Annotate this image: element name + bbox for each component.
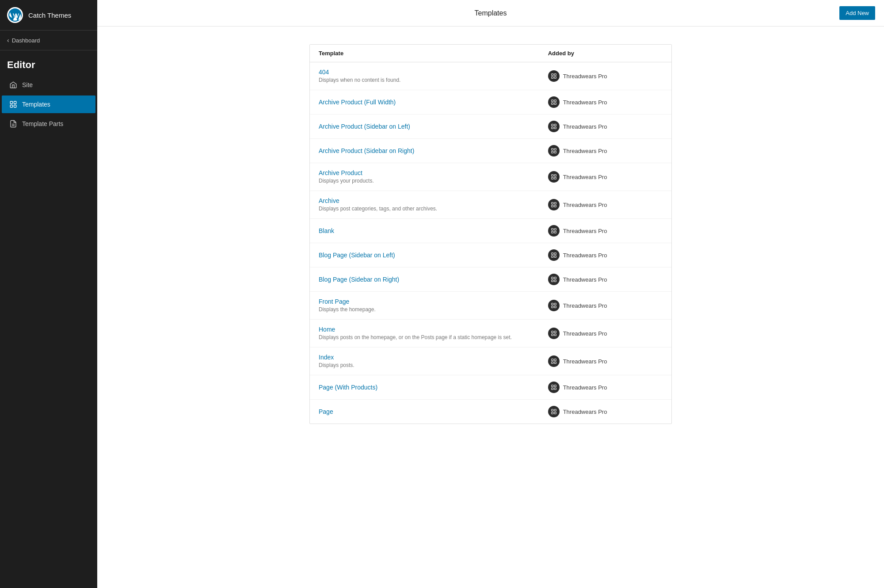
template-name[interactable]: Archive Product bbox=[319, 169, 548, 176]
dashboard-back-link[interactable]: ‹ Dashboard bbox=[0, 31, 97, 50]
svg-rect-46 bbox=[554, 306, 556, 308]
template-name[interactable]: Archive Product (Full Width) bbox=[319, 99, 548, 106]
col-added-by-header: Added by bbox=[548, 50, 663, 57]
sidebar-item-templates[interactable]: Templates bbox=[2, 95, 95, 113]
svg-rect-28 bbox=[554, 202, 556, 204]
template-info: Page (With Products) bbox=[319, 384, 548, 391]
template-name[interactable]: Blog Page (Sidebar on Right) bbox=[319, 276, 548, 283]
template-name[interactable]: Index bbox=[319, 354, 548, 361]
template-name[interactable]: Page bbox=[319, 408, 548, 415]
table-row[interactable]: Page (With Products) Threadwears Pro bbox=[310, 375, 671, 400]
theme-icon bbox=[548, 382, 560, 393]
template-info: Archive Product (Sidebar on Left) bbox=[319, 123, 548, 130]
template-desc: Displays the homepage. bbox=[319, 306, 376, 313]
svg-rect-17 bbox=[551, 127, 553, 129]
svg-rect-50 bbox=[554, 334, 556, 336]
svg-rect-36 bbox=[554, 253, 556, 255]
svg-rect-1 bbox=[10, 101, 12, 103]
theme-icon bbox=[548, 300, 560, 311]
added-by-name: Threadwears Pro bbox=[563, 302, 607, 309]
svg-rect-23 bbox=[551, 175, 553, 176]
svg-rect-3 bbox=[10, 105, 12, 107]
added-by-cell: Threadwears Pro bbox=[548, 121, 663, 132]
theme-icon bbox=[548, 121, 560, 132]
svg-rect-44 bbox=[554, 303, 556, 305]
table-row[interactable]: Archive Displays post categories, tags, … bbox=[310, 191, 671, 219]
svg-rect-53 bbox=[551, 362, 553, 363]
template-parts-icon bbox=[9, 119, 18, 128]
table-row[interactable]: Front Page Displays the homepage. Thread… bbox=[310, 292, 671, 320]
table-row[interactable]: Archive Product Displays your products. … bbox=[310, 163, 671, 191]
theme-icon bbox=[548, 274, 560, 285]
table-row[interactable]: Index Displays posts. Threadwears Pro bbox=[310, 347, 671, 375]
template-name[interactable]: Page (With Products) bbox=[319, 384, 548, 391]
sidebar-header: Catch Themes bbox=[0, 0, 97, 31]
table-row[interactable]: Archive Product (Sidebar on Right) Threa… bbox=[310, 139, 671, 163]
svg-rect-41 bbox=[551, 280, 553, 282]
table-row[interactable]: 404 Displays when no content is found. T… bbox=[310, 62, 671, 90]
table-row[interactable]: Page Threadwears Pro bbox=[310, 400, 671, 424]
table-row[interactable]: Blank Threadwears Pro bbox=[310, 219, 671, 243]
svg-rect-48 bbox=[554, 331, 556, 333]
template-name[interactable]: Home bbox=[319, 326, 548, 333]
template-name[interactable]: Archive bbox=[319, 197, 548, 204]
topbar: Templates Add New bbox=[97, 0, 884, 27]
template-name[interactable]: Front Page bbox=[319, 298, 548, 305]
sidebar-item-template-parts[interactable]: Template Parts bbox=[2, 115, 95, 133]
svg-rect-34 bbox=[554, 231, 556, 233]
svg-rect-9 bbox=[551, 76, 553, 78]
page-title: Templates bbox=[475, 9, 507, 17]
template-info: Blank bbox=[319, 227, 548, 234]
added-by-name: Threadwears Pro bbox=[563, 148, 607, 154]
svg-rect-52 bbox=[554, 359, 556, 361]
sidebar-item-templates-label: Templates bbox=[22, 101, 50, 108]
theme-icon bbox=[548, 96, 560, 108]
site-name: Catch Themes bbox=[28, 11, 71, 19]
theme-icon bbox=[548, 145, 560, 157]
added-by-name: Threadwears Pro bbox=[563, 174, 607, 180]
table-row[interactable]: Archive Product (Full Width) Threadwears… bbox=[310, 90, 671, 115]
added-by-cell: Threadwears Pro bbox=[548, 171, 663, 183]
svg-rect-22 bbox=[554, 151, 556, 153]
svg-rect-59 bbox=[551, 409, 553, 411]
table-row[interactable]: Archive Product (Sidebar on Left) Thread… bbox=[310, 115, 671, 139]
svg-rect-12 bbox=[554, 100, 556, 102]
sidebar-item-site[interactable]: Site bbox=[2, 76, 95, 94]
template-name[interactable]: 404 bbox=[319, 69, 548, 76]
added-by-cell: Threadwears Pro bbox=[548, 249, 663, 261]
svg-rect-14 bbox=[554, 103, 556, 104]
svg-rect-42 bbox=[554, 280, 556, 282]
table-row[interactable]: Home Displays posts on the homepage, or … bbox=[310, 320, 671, 347]
template-name[interactable]: Archive Product (Sidebar on Left) bbox=[319, 123, 548, 130]
template-name[interactable]: Blog Page (Sidebar on Left) bbox=[319, 252, 548, 259]
theme-icon bbox=[548, 70, 560, 82]
template-name[interactable]: Archive Product (Sidebar on Right) bbox=[319, 147, 548, 154]
added-by-name: Threadwears Pro bbox=[563, 123, 607, 130]
template-info: Archive Product (Sidebar on Right) bbox=[319, 147, 548, 154]
table-body: 404 Displays when no content is found. T… bbox=[310, 62, 671, 424]
svg-rect-13 bbox=[551, 103, 553, 104]
theme-icon bbox=[548, 225, 560, 237]
back-label: Dashboard bbox=[12, 37, 40, 44]
svg-rect-45 bbox=[551, 306, 553, 308]
svg-rect-11 bbox=[551, 100, 553, 102]
svg-rect-30 bbox=[554, 205, 556, 207]
svg-rect-16 bbox=[554, 124, 556, 126]
table-row[interactable]: Blog Page (Sidebar on Right) Threadwears… bbox=[310, 267, 671, 292]
added-by-cell: Threadwears Pro bbox=[548, 225, 663, 237]
add-new-button[interactable]: Add New bbox=[839, 6, 875, 20]
svg-rect-62 bbox=[554, 412, 556, 414]
editor-section-label: Editor bbox=[0, 50, 97, 75]
added-by-name: Threadwears Pro bbox=[563, 252, 607, 259]
added-by-name: Threadwears Pro bbox=[563, 228, 607, 234]
table-row[interactable]: Blog Page (Sidebar on Left) Threadwears … bbox=[310, 243, 671, 267]
template-name[interactable]: Blank bbox=[319, 227, 548, 234]
svg-rect-43 bbox=[551, 303, 553, 305]
svg-rect-21 bbox=[551, 151, 553, 153]
added-by-cell: Threadwears Pro bbox=[548, 96, 663, 108]
added-by-cell: Threadwears Pro bbox=[548, 199, 663, 210]
theme-icon bbox=[548, 328, 560, 339]
svg-rect-55 bbox=[551, 385, 553, 387]
template-info: Front Page Displays the homepage. bbox=[319, 298, 548, 313]
sidebar-item-site-label: Site bbox=[22, 81, 33, 88]
